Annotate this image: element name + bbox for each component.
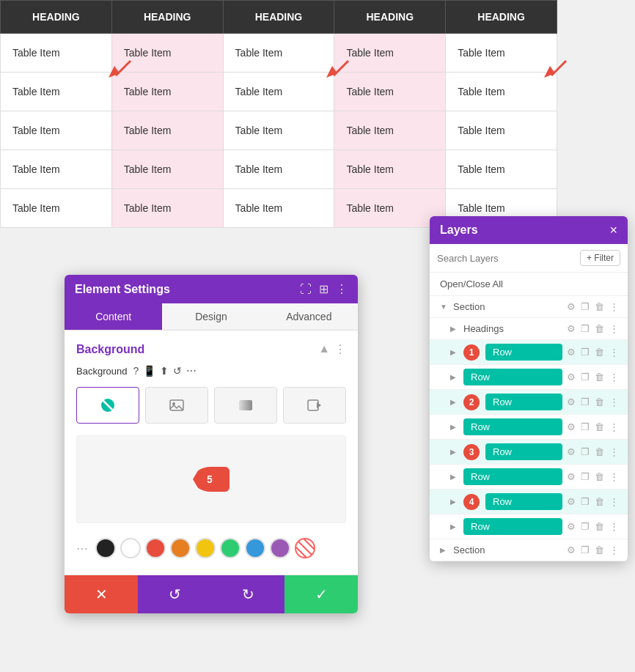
layer-chevron-icon[interactable]: ▶: [450, 373, 460, 381]
layer-more-icon[interactable]: ⋮: [608, 370, 620, 384]
layer-chevron-icon[interactable]: ▶: [450, 348, 460, 356]
layer-settings-icon[interactable]: ⚙: [565, 445, 577, 459]
layer-delete-icon[interactable]: 🗑: [593, 345, 606, 359]
layer-settings-icon[interactable]: ⚙: [565, 322, 577, 336]
layer-settings-icon[interactable]: ⚙: [565, 370, 577, 384]
es-undo-button[interactable]: ↺: [138, 575, 211, 613]
bg-mobile-icon[interactable]: 📱: [143, 365, 155, 377]
layer-delete-icon[interactable]: 🗑: [593, 445, 606, 459]
layers-close-button[interactable]: ×: [609, 224, 617, 237]
layer-delete-icon[interactable]: 🗑: [593, 470, 606, 484]
layer-copy-icon[interactable]: ❐: [579, 520, 591, 533]
layer-chevron-icon[interactable]: ▶: [450, 325, 460, 333]
layer-copy-icon[interactable]: ❐: [579, 445, 591, 459]
bg-help-icon[interactable]: ?: [133, 365, 139, 377]
layer-more-icon[interactable]: ⋮: [608, 322, 620, 336]
layer-item[interactable]: ▶Row⚙❐🗑⋮: [430, 514, 628, 539]
es-confirm-button[interactable]: ✓: [285, 575, 358, 613]
layer-copy-icon[interactable]: ❐: [579, 543, 591, 557]
layer-item[interactable]: ▶2Row⚙❐🗑⋮: [430, 390, 628, 415]
color-swatch-6[interactable]: [245, 538, 265, 558]
layers-search-input[interactable]: [437, 253, 576, 264]
layer-copy-icon[interactable]: ❐: [579, 395, 591, 409]
layer-chevron-icon[interactable]: ▶: [450, 423, 460, 431]
layer-chevron-icon[interactable]: ▶: [450, 498, 460, 506]
layer-item[interactable]: ▼Section⚙❐🗑⋮: [430, 296, 628, 318]
layer-settings-icon[interactable]: ⚙: [565, 495, 577, 509]
color-swatch-4[interactable]: [195, 538, 216, 558]
layer-delete-icon[interactable]: 🗑: [593, 300, 606, 314]
bg-type-none[interactable]: [76, 387, 139, 424]
es-options-icon[interactable]: ⋮: [334, 342, 346, 356]
layer-chevron-icon[interactable]: ▶: [450, 398, 460, 406]
layer-more-icon[interactable]: ⋮: [608, 470, 620, 484]
es-grid-icon[interactable]: ⊞: [319, 282, 328, 296]
layer-item[interactable]: ▶Row⚙❐🗑⋮: [430, 415, 628, 440]
es-expand-icon[interactable]: ⛶: [300, 283, 312, 296]
es-collapse-icon[interactable]: ▲: [318, 342, 330, 356]
layer-more-icon[interactable]: ⋮: [608, 495, 620, 509]
layers-open-close[interactable]: Open/Close All: [430, 273, 628, 296]
layers-filter-button[interactable]: + Filter: [580, 250, 620, 266]
bg-cursor-icon[interactable]: ⬆: [160, 365, 169, 377]
layer-item[interactable]: ▶Headings⚙❐🗑⋮: [430, 318, 628, 340]
layer-chevron-icon[interactable]: ▶: [450, 473, 460, 481]
es-redo-button[interactable]: ↻: [211, 575, 285, 613]
es-cancel-button[interactable]: ✕: [65, 575, 138, 613]
layer-settings-icon[interactable]: ⚙: [565, 470, 577, 484]
layer-chevron-icon[interactable]: ▶: [450, 448, 460, 456]
color-swatch-3[interactable]: [170, 538, 191, 558]
layer-item[interactable]: ▶3Row⚙❐🗑⋮: [430, 440, 628, 465]
layer-delete-icon[interactable]: 🗑: [593, 520, 606, 533]
layer-copy-icon[interactable]: ❐: [579, 495, 591, 509]
layer-settings-icon[interactable]: ⚙: [565, 543, 577, 557]
layer-more-icon[interactable]: ⋮: [608, 520, 620, 533]
layer-item[interactable]: ▶1Row⚙❐🗑⋮: [430, 340, 628, 365]
layer-copy-icon[interactable]: ❐: [579, 370, 591, 384]
layer-delete-icon[interactable]: 🗑: [593, 420, 606, 434]
color-swatch-5[interactable]: [220, 538, 241, 558]
layer-copy-icon[interactable]: ❐: [579, 345, 591, 359]
layer-more-icon[interactable]: ⋮: [608, 420, 620, 434]
layer-copy-icon[interactable]: ❐: [579, 322, 591, 336]
color-swatch-2[interactable]: [145, 538, 166, 558]
bg-type-image[interactable]: [145, 387, 208, 424]
layer-more-icon[interactable]: ⋮: [608, 445, 620, 459]
layer-copy-icon[interactable]: ❐: [579, 420, 591, 434]
layer-chevron-icon[interactable]: ▶: [450, 523, 460, 531]
layer-more-icon[interactable]: ⋮: [608, 345, 620, 359]
layer-copy-icon[interactable]: ❐: [579, 470, 591, 484]
es-tab-design[interactable]: Design: [162, 303, 260, 330]
es-tab-content[interactable]: Content: [65, 303, 162, 330]
layer-item[interactable]: ▶Row⚙❐🗑⋮: [430, 365, 628, 390]
bg-type-video[interactable]: [283, 387, 346, 424]
layer-delete-icon[interactable]: 🗑: [593, 322, 606, 336]
bg-undo-icon[interactable]: ↺: [173, 365, 182, 377]
layer-delete-icon[interactable]: 🗑: [593, 395, 606, 409]
es-more-icon[interactable]: ⋮: [336, 282, 348, 296]
layer-item[interactable]: ▶4Row⚙❐🗑⋮: [430, 490, 628, 514]
layer-delete-icon[interactable]: 🗑: [593, 543, 606, 557]
color-swatch-1[interactable]: [120, 538, 141, 558]
layer-more-icon[interactable]: ⋮: [608, 300, 620, 314]
layer-more-icon[interactable]: ⋮: [608, 395, 620, 409]
layer-delete-icon[interactable]: 🗑: [593, 495, 606, 509]
color-swatch-7[interactable]: [270, 538, 290, 558]
layer-item[interactable]: ▶Section⚙❐🗑⋮: [430, 539, 628, 561]
layer-settings-icon[interactable]: ⚙: [565, 420, 577, 434]
color-swatch-none[interactable]: [295, 538, 315, 558]
layer-chevron-icon[interactable]: ▶: [440, 546, 450, 554]
layer-more-icon[interactable]: ⋮: [608, 543, 620, 557]
bg-dots-icon[interactable]: ⋯: [186, 365, 197, 377]
layer-chevron-icon[interactable]: ▼: [440, 303, 450, 311]
es-tab-advanced[interactable]: Advanced: [260, 303, 358, 330]
layer-settings-icon[interactable]: ⚙: [565, 395, 577, 409]
color-swatch-0[interactable]: [95, 538, 116, 558]
layer-item[interactable]: ▶Row⚙❐🗑⋮: [430, 465, 628, 490]
layer-copy-icon[interactable]: ❐: [579, 300, 591, 314]
layer-settings-icon[interactable]: ⚙: [565, 300, 577, 314]
layer-delete-icon[interactable]: 🗑: [593, 370, 606, 384]
layer-settings-icon[interactable]: ⚙: [565, 345, 577, 359]
layer-settings-icon[interactable]: ⚙: [565, 520, 577, 533]
bg-type-gradient[interactable]: [214, 387, 277, 424]
